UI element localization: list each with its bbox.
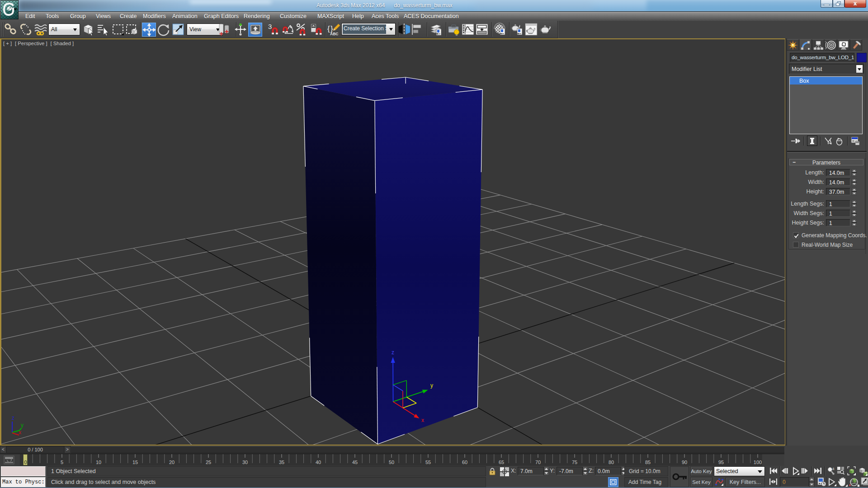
svg-text:90: 90 [682,460,687,465]
svg-text:85: 85 [645,460,651,465]
svg-text:10: 10 [96,460,101,465]
svg-text:ABC: ABC [330,32,338,36]
svg-text:x: x [19,429,21,436]
svg-text:y: y [21,422,24,428]
svg-text:95: 95 [718,460,724,465]
svg-text:[ + ] [ Perspective ] [ Shad: [ + ] [ Perspective ] [ Shaded ] [3,41,74,46]
svg-text:75: 75 [572,460,577,465]
svg-text:20: 20 [169,460,175,465]
svg-text:x: x [421,417,424,423]
svg-text:35: 35 [279,460,284,465]
svg-text:5: 5 [61,460,63,465]
svg-text:65: 65 [499,460,504,465]
svg-text:45: 45 [352,460,358,465]
svg-text:y: y [430,382,433,389]
svg-text:55: 55 [425,460,431,465]
svg-text:15: 15 [132,460,138,465]
svg-text:50: 50 [389,460,394,465]
svg-text:30: 30 [242,460,248,465]
svg-text:0: 0 [24,460,27,465]
svg-text:70: 70 [535,460,541,465]
svg-text:3: 3 [268,23,272,30]
svg-text:z: z [392,349,394,356]
svg-text:40: 40 [316,460,321,465]
svg-text:±: ± [832,466,835,471]
svg-text:60: 60 [462,460,467,465]
svg-text:80: 80 [609,460,614,465]
svg-text:z: z [12,415,14,421]
svg-text:25: 25 [206,460,211,465]
svg-text:100: 100 [754,460,762,465]
